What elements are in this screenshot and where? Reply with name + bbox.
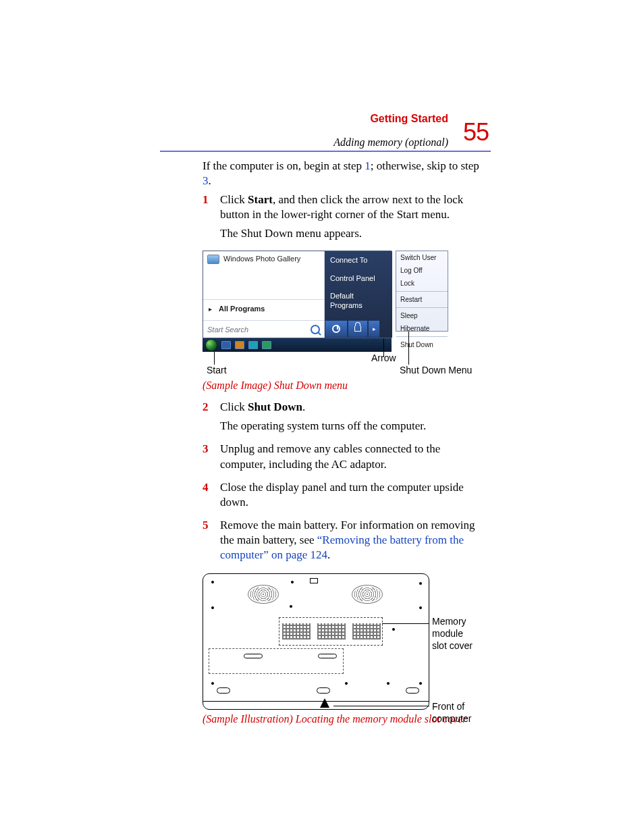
flyout-item: Hibernate <box>396 322 448 335</box>
step-2: 2 Click Shut Down. The operating system … <box>203 400 489 438</box>
flyout-item: Log Off <box>396 264 448 277</box>
ui-term-start: Start <box>248 193 273 206</box>
callout-memory-cover: Memory module slot cover <box>432 615 493 652</box>
flyout-item: Lock <box>396 277 448 290</box>
step-number: 2 <box>203 400 220 438</box>
step-number: 5 <box>203 518 220 567</box>
memory-module-slot-cover <box>279 617 383 646</box>
text: Click <box>220 400 248 413</box>
chevron-right-icon: ▸ <box>373 325 376 334</box>
image1-caption: (Sample Image) Shut Down menu <box>203 379 489 393</box>
program-item-photo-gallery: Windows Photo Gallery <box>203 251 324 266</box>
separator <box>396 291 448 292</box>
step-number: 3 <box>203 442 220 475</box>
taskbar-icon <box>235 341 244 349</box>
text: slot cover <box>432 640 473 651</box>
photo-gallery-icon <box>207 255 219 264</box>
search-placeholder: Start Search <box>207 325 248 334</box>
front-arrow-icon <box>320 698 329 708</box>
step-text: The Shut Down menu appears. <box>220 226 489 241</box>
laptop-bottom-diagram <box>203 573 429 710</box>
step-text: Unplug and remove any cables connected t… <box>220 442 489 471</box>
battery-compartment <box>209 648 344 674</box>
step-number: 1 <box>203 192 220 245</box>
text: Memory module <box>432 616 466 639</box>
shutdown-flyout-menu: Switch User Log Off Lock Restart Sleep H… <box>396 251 448 332</box>
step-3: 3 Unplug and remove any cables connected… <box>203 442 489 475</box>
shutdown-arrow-button: ▸ <box>368 320 380 338</box>
text: Click <box>220 193 248 206</box>
header-rule <box>160 151 491 152</box>
start-menu-panel: Windows Photo Gallery All Programs Start… <box>203 251 392 338</box>
intro-paragraph: If the computer is on, begin at step 1; … <box>203 159 489 188</box>
callout-shutdown-menu: Shut Down Menu <box>400 364 472 376</box>
text: . <box>302 400 305 413</box>
step-number: 4 <box>203 480 220 514</box>
power-button <box>325 320 348 338</box>
flyout-item-shutdown: Shut Down <box>396 338 448 351</box>
step-text: The operating system turns off the compu… <box>220 419 489 434</box>
intro-text: ; otherwise, skip to step <box>371 159 479 172</box>
start-left-column: Windows Photo Gallery All Programs Start… <box>203 251 325 338</box>
sample-illustration-memory-slot: Memory module slot cover Front of comput… <box>203 573 493 710</box>
flyout-item: Switch User <box>396 251 448 264</box>
intro-text: If the computer is on, begin at step <box>203 159 365 172</box>
callout-arrow: Arrow <box>371 352 396 364</box>
lock-button <box>348 320 368 338</box>
subsection-title: Adding memory (optional) <box>333 136 448 149</box>
step-text: Click Shut Down. <box>220 400 489 415</box>
start-orb-icon <box>205 339 217 351</box>
right-item: Control Panel <box>325 269 392 287</box>
right-item: Default Programs <box>325 287 392 315</box>
all-programs-label: All Programs <box>219 305 265 313</box>
xref-step-3[interactable]: 3 <box>203 174 209 187</box>
callout-start: Start <box>207 364 227 376</box>
step-4: 4 Close the display panel and turn the c… <box>203 480 489 514</box>
step-1: 1 Click Start, and then click the arrow … <box>203 192 489 245</box>
front-edge-line <box>203 701 429 702</box>
sample-image-shutdown-menu: Windows Photo Gallery All Programs Start… <box>203 251 482 352</box>
page-header: Getting Started Adding memory (optional)… <box>203 118 489 147</box>
lock-icon <box>354 326 361 332</box>
taskbar-icon <box>248 341 258 349</box>
step-text: Click Start, and then click the arrow ne… <box>220 192 489 222</box>
step-text: Remove the main battery. For information… <box>220 518 489 563</box>
right-item: Connect To <box>325 251 392 269</box>
all-programs: All Programs <box>203 299 324 317</box>
power-lock-bar: ▸ <box>325 320 392 338</box>
search-icon <box>311 325 320 334</box>
section-title: Getting Started <box>370 113 448 125</box>
step-5: 5 Remove the main battery. For informati… <box>203 518 489 567</box>
separator <box>396 307 448 308</box>
taskbar-icon <box>221 341 231 349</box>
flyout-item: Sleep <box>396 309 448 322</box>
step-text: Close the display panel and turn the com… <box>220 480 489 510</box>
flyout-item: Restart <box>396 293 448 306</box>
program-label: Windows Photo Gallery <box>223 254 300 263</box>
power-icon <box>332 325 340 333</box>
intro-text: . <box>209 174 211 187</box>
taskbar <box>203 338 392 352</box>
start-search-box: Start Search <box>203 320 324 338</box>
callout-front: Front of computer <box>432 700 493 725</box>
text: . <box>327 548 330 561</box>
ui-term-shutdown: Shut Down <box>248 400 302 413</box>
page-number: 55 <box>463 118 489 147</box>
taskbar-icon <box>262 341 271 349</box>
separator <box>396 336 448 337</box>
xref-step-1[interactable]: 1 <box>365 159 371 172</box>
